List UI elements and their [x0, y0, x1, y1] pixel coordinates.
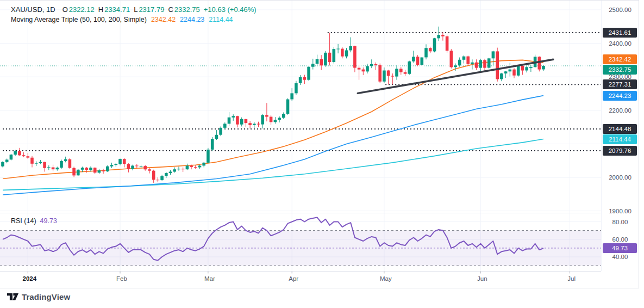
- time-axis-label: 2024: [23, 275, 37, 282]
- tradingview-mark-icon: [7, 293, 18, 301]
- symbol-title[interactable]: XAU/USD, 1D: [11, 5, 55, 14]
- high-value: 2334.71: [104, 5, 130, 14]
- time-axis-label: Feb: [116, 275, 127, 282]
- symbol-row[interactable]: XAU/USD, 1DO2322.12H2334.71L2317.79C2332…: [11, 4, 257, 15]
- price-axis-badge: 2277.31: [603, 79, 637, 89]
- rsi-tick-label: 60.00: [602, 236, 639, 243]
- low-label: L: [134, 5, 137, 14]
- ma-indicator-title[interactable]: Moving Average Triple (50, 100, 200, Sim…: [11, 16, 147, 23]
- price-axis-badge: 2114.44: [603, 134, 637, 144]
- ma100-value: 2244.23: [180, 16, 204, 23]
- price-axis-badge: 2244.23: [603, 91, 637, 101]
- price-gridlines: [0, 10, 601, 211]
- price-scale[interactable]: 2500.002400.002300.002200.002000.001900.…: [602, 1, 639, 288]
- tradingview-logo-text: TradingView: [22, 292, 70, 301]
- rsi-indicator-title[interactable]: RSI (14): [11, 217, 36, 225]
- rsi-axis-badge: 49.73: [603, 243, 637, 253]
- high-label: H: [98, 5, 103, 14]
- time-axis-label: Apr: [289, 275, 298, 282]
- close-label: C: [168, 5, 173, 14]
- price-axis-badge: 2342.42: [603, 54, 637, 64]
- price-level-lines[interactable]: [3, 33, 601, 151]
- tradingview-logo[interactable]: TradingView: [7, 292, 70, 301]
- price-tick-label: 2200.00: [602, 107, 639, 114]
- price-chart[interactable]: [0, 1, 601, 288]
- time-axis-label: May: [380, 275, 392, 282]
- low-value: 2317.79: [139, 5, 164, 14]
- rsi-tick-label: 80.00: [602, 219, 639, 225]
- chart-frame: 2500.002400.002300.002200.002000.001900.…: [0, 0, 639, 288]
- time-ticks: [28, 272, 570, 274]
- time-axis-label: Mar: [204, 275, 215, 282]
- time-axis-label: Jul: [567, 275, 576, 282]
- ma200-line[interactable]: [3, 139, 543, 190]
- price-tick-label: 1900.00: [602, 208, 639, 214]
- ma200-value: 2114.44: [209, 16, 233, 23]
- ma-indicator-row[interactable]: Moving Average Triple (50, 100, 200, Sim…: [11, 15, 257, 25]
- candles: [1, 27, 545, 183]
- change-value: +10.63 (+0.46%): [204, 5, 257, 14]
- legend: XAU/USD, 1DO2322.12H2334.71L2317.79C2332…: [11, 4, 257, 25]
- price-axis-badge: 2431.61: [603, 28, 637, 38]
- open-label: O: [62, 5, 68, 14]
- time-axis-label: Jun: [477, 275, 487, 282]
- ma50-line[interactable]: [3, 60, 543, 178]
- price-axis-badge: 2144.48: [603, 124, 637, 134]
- price-axis-badge: 2079.76: [603, 146, 637, 156]
- ma50-value: 2342.42: [151, 16, 176, 23]
- price-tick-label: 2500.00: [602, 7, 639, 13]
- price-axis-badge: 2332.75: [603, 65, 637, 75]
- price-tick-label: 2400.00: [602, 40, 639, 47]
- price-tick-label: 2000.00: [602, 174, 639, 181]
- rsi-value: 49.73: [40, 217, 57, 225]
- close-value: 2332.75: [174, 5, 200, 14]
- rsi-tick-label: 40.00: [602, 254, 639, 260]
- rsi-indicator-row[interactable]: RSI (14)49.73: [11, 217, 57, 225]
- open-value: 2322.12: [69, 5, 95, 14]
